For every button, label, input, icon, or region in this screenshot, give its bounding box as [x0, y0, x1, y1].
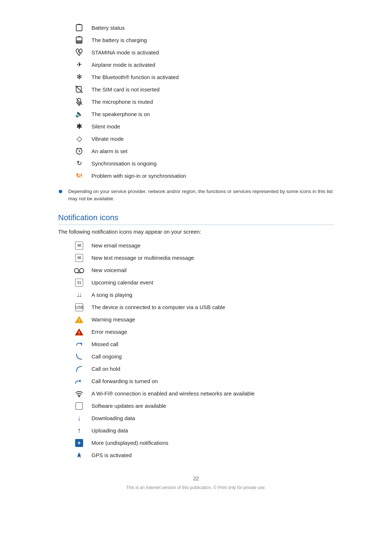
list-item: Missed call	[73, 338, 334, 350]
sim-not-inserted-icon	[73, 85, 86, 93]
stamina-icon	[73, 48, 86, 56]
list-item: ↓ Downloading data	[73, 413, 334, 424]
svg-rect-1	[78, 24, 81, 25]
email-icon: ✉	[73, 242, 86, 250]
call-forwarding-label: Call forwarding is turned on	[91, 378, 158, 384]
music-icon: ♩♩	[73, 292, 86, 298]
battery-status-icon	[73, 24, 86, 32]
voicemail-icon	[73, 267, 86, 274]
list-item: Battery status	[73, 22, 334, 33]
list-item: ! Error message	[73, 326, 334, 338]
page-number: 22	[58, 476, 334, 481]
battery-charging-icon	[73, 36, 86, 44]
silent-label: Silent mode	[91, 123, 120, 130]
more-notifications-label: More (undisplayed) notifications	[91, 440, 168, 446]
list-item: 31 Upcoming calendar event	[73, 277, 334, 288]
list-item: ✉ New email message	[73, 240, 334, 251]
list-item: The SIM card is not inserted	[73, 83, 334, 95]
svg-rect-3	[78, 36, 81, 37]
bluetooth-label: The Bluetooth® function is activated	[91, 74, 179, 80]
stamina-label: STAMINA mode is activated	[91, 49, 159, 56]
notification-section-title: Notification icons	[58, 213, 334, 225]
warning-icon: !	[73, 316, 86, 324]
calendar-label: Upcoming calendar event	[91, 279, 153, 286]
upload-label: Uploading data	[91, 427, 128, 434]
svg-text:!: !	[78, 331, 80, 336]
mic-muted-label: The microphone is muted	[91, 99, 153, 105]
sim-not-inserted-label: The SIM card is not inserted	[91, 86, 160, 93]
list-item: ✻ The Bluetooth® function is activated	[73, 71, 334, 83]
speakerphone-label: The speakerphone is on	[91, 111, 150, 117]
notification-section-intro: The following notification icons may app…	[58, 229, 334, 235]
list-item: The microphone is muted	[73, 96, 334, 107]
list-item: + More (undisplayed) notifications	[73, 437, 334, 449]
download-label: Downloading data	[91, 415, 135, 421]
call-forwarding-icon	[73, 377, 86, 385]
svg-rect-0	[76, 25, 82, 31]
list-item: USB The device is connected to a compute…	[73, 301, 334, 313]
usb-label: The device is connected to a computer vi…	[91, 304, 225, 310]
error-label: Error message	[91, 329, 127, 335]
list-item: ✱ Silent mode	[73, 120, 334, 132]
list-item: Call ongoing	[73, 351, 334, 362]
wifi-label: A Wi-Fi® connection is enabled and wirel…	[91, 390, 255, 397]
mic-muted-icon	[73, 98, 86, 106]
list-item: STAMINA mode is activated	[73, 46, 334, 58]
voicemail-label: New voicemail	[91, 267, 127, 273]
list-item: ↑ Uploading data	[73, 425, 334, 436]
battery-charging-label: The battery is charging	[91, 37, 147, 43]
list-item: ↻ Synchronisation is ongoing	[73, 157, 334, 169]
airplane-icon: ✈	[73, 61, 86, 69]
download-icon: ↓	[73, 414, 86, 422]
warning-label: Warning message	[91, 316, 135, 323]
more-notifications-icon: +	[73, 439, 86, 447]
list-item: ♩♩ A song is playing	[73, 289, 334, 301]
list-item: An alarm is set	[73, 145, 334, 157]
svg-text:!: !	[78, 318, 80, 323]
bluetooth-icon: ✻	[73, 73, 86, 81]
alarm-icon	[73, 147, 86, 155]
list-item: New voicemail	[73, 264, 334, 276]
list-item: Software updates are available	[73, 400, 334, 412]
call-hold-icon	[73, 365, 86, 373]
music-label: A song is playing	[91, 292, 132, 298]
software-update-label: Software updates are available	[91, 403, 166, 409]
status-icon-list: Battery status The battery is charging S…	[73, 22, 334, 181]
sync-icon: ↻	[73, 159, 86, 167]
svg-rect-4	[76, 40, 82, 43]
silent-icon: ✱	[73, 122, 86, 131]
list-item: 🔈 The speakerphone is on	[73, 108, 334, 120]
list-item: The battery is charging	[73, 34, 334, 46]
alarm-label: An alarm is set	[91, 148, 127, 154]
error-icon: !	[73, 328, 86, 336]
sync-problem-icon: ↻!	[73, 172, 86, 179]
email-label: New email message	[91, 242, 140, 249]
sms-icon: ✉	[73, 254, 86, 262]
battery-status-label: Battery status	[91, 25, 125, 31]
sync-problem-label: Problem with sign-in or synchronisation	[91, 173, 186, 179]
airplane-label: Airplane mode is activated	[91, 62, 155, 68]
call-ongoing-label: Call ongoing	[91, 353, 122, 360]
svg-point-16	[74, 268, 79, 273]
calendar-icon: 31	[73, 279, 86, 287]
list-item: ✈ Airplane mode is activated	[73, 59, 334, 70]
footer-text: This is an Internet version of this publ…	[58, 485, 334, 490]
vibrate-icon: ◇	[73, 134, 86, 143]
software-update-icon	[73, 402, 86, 410]
notification-icon-list: ✉ New email message ✉ New text message o…	[73, 240, 334, 461]
call-hold-label: Call on hold	[91, 366, 120, 372]
usb-icon: USB	[73, 303, 86, 311]
sms-label: New text message or multimedia message	[91, 255, 194, 261]
missed-call-label: Missed call	[91, 341, 118, 347]
note-box: ● Depending on your service provider, ne…	[58, 188, 334, 203]
list-item: A Wi-Fi® connection is enabled and wirel…	[73, 388, 334, 399]
page-container: Battery status The battery is charging S…	[0, 0, 392, 519]
upload-icon: ↑	[73, 426, 86, 435]
sync-label: Synchronisation is ongoing	[91, 160, 156, 167]
gps-icon	[73, 451, 86, 459]
gps-label: GPS is activated	[91, 452, 132, 458]
list-item: ↻! Problem with sign-in or synchronisati…	[73, 170, 334, 181]
list-item: GPS is activated	[73, 450, 334, 461]
svg-point-23	[78, 396, 80, 397]
svg-point-17	[79, 268, 84, 273]
